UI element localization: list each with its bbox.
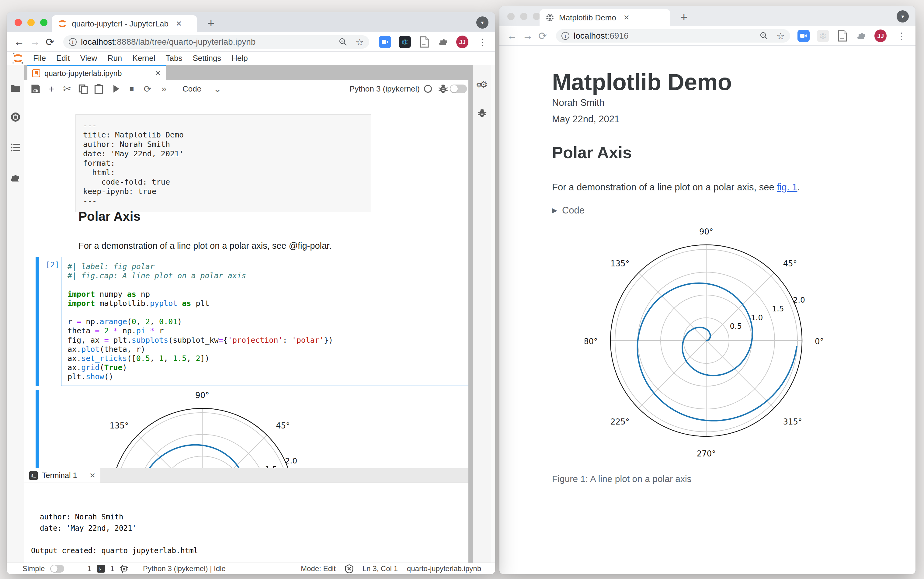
site-info-icon[interactable]: i bbox=[561, 32, 569, 40]
debugger-sidebar-icon[interactable] bbox=[477, 108, 487, 118]
kernel-status-text[interactable]: Python 3 (ipykernel) | Idle bbox=[143, 564, 226, 573]
restart-kernel-icon[interactable]: ⟳ bbox=[142, 83, 153, 94]
profile-avatar[interactable]: JJ bbox=[456, 36, 468, 48]
code-cell-editor[interactable]: #| label: fig-polar#| fig.cap: A line pl… bbox=[61, 257, 468, 386]
svg-text:135°: 135° bbox=[110, 421, 129, 430]
close-tab-icon[interactable]: ✕ bbox=[623, 13, 630, 22]
tab-search-button[interactable]: ▼ bbox=[476, 16, 489, 29]
simple-mode-toggle[interactable] bbox=[50, 565, 64, 572]
tab-search-button[interactable]: ▼ bbox=[897, 10, 909, 23]
notebook-tab-title: quarto-jupyterlab.ipynb bbox=[44, 69, 148, 78]
cell-type-dropdown[interactable]: Code bbox=[183, 83, 201, 94]
copy-cell-icon[interactable] bbox=[78, 83, 88, 94]
minimize-window-button[interactable] bbox=[27, 19, 35, 26]
address-bar[interactable]: i localhost:8888/lab/tree/quarto-jupyter… bbox=[63, 35, 369, 49]
back-icon[interactable]: ← bbox=[507, 30, 517, 42]
cursor-position[interactable]: Ln 3, Col 1 bbox=[363, 564, 398, 573]
close-window-button[interactable] bbox=[15, 19, 22, 26]
menu-kernel[interactable]: Kernel bbox=[127, 54, 160, 63]
new-tab-button[interactable]: + bbox=[680, 10, 687, 24]
browser-menu-icon[interactable]: ⋮ bbox=[477, 36, 489, 48]
notebook-icon bbox=[32, 69, 40, 77]
restart-run-all-icon[interactable]: » bbox=[158, 83, 168, 94]
svg-text:1.5: 1.5 bbox=[772, 304, 784, 313]
new-tab-button[interactable]: + bbox=[208, 16, 214, 30]
react-devtools-extension-icon[interactable]: ⚛ bbox=[817, 30, 829, 42]
browser-tab[interactable]: quarto-jupyterl - JupyterLab ✕ bbox=[52, 15, 197, 32]
property-inspector-gears-icon[interactable]: ⚙⚙ bbox=[476, 79, 488, 90]
back-icon[interactable]: ← bbox=[14, 36, 25, 48]
kernel-name-button[interactable]: Python 3 (ipykernel) bbox=[350, 83, 420, 94]
extensions-puzzle-icon[interactable] bbox=[856, 30, 868, 42]
reload-icon[interactable]: ⟳ bbox=[538, 30, 547, 42]
terminal-status-icon[interactable]: $_ bbox=[97, 565, 105, 572]
accessibility-shield-icon[interactable] bbox=[345, 564, 353, 573]
notebook-scroll-area[interactable]: ---title: Matplotlib Demoauthor: Norah S… bbox=[25, 97, 468, 468]
svg-text:180°: 180° bbox=[585, 337, 598, 346]
debugger-toggle[interactable] bbox=[450, 83, 467, 94]
debugger-icon[interactable] bbox=[438, 83, 448, 94]
kernel-chip-icon[interactable] bbox=[120, 565, 128, 572]
bookmark-star-icon[interactable]: ☆ bbox=[356, 37, 364, 47]
address-bar[interactable]: i localhost:6916 ☆ bbox=[556, 29, 790, 43]
kernel-status-icon[interactable] bbox=[423, 83, 433, 94]
paste-cell-icon[interactable] bbox=[94, 83, 104, 94]
save-icon[interactable] bbox=[30, 83, 41, 94]
reload-icon[interactable]: ⟳ bbox=[46, 36, 54, 48]
window-controls[interactable] bbox=[507, 13, 540, 20]
site-info-icon[interactable]: i bbox=[69, 38, 77, 46]
notebook-tab[interactable]: quarto-jupyterlab.ipynb ✕ bbox=[27, 65, 166, 80]
figure-link[interactable]: fig. 1 bbox=[777, 182, 797, 193]
minimize-window-button[interactable] bbox=[520, 13, 527, 20]
input-collapser[interactable] bbox=[36, 257, 39, 386]
zoom-out-page-icon[interactable] bbox=[759, 31, 769, 41]
close-tab-icon[interactable]: ✕ bbox=[176, 20, 182, 28]
extensions-puzzle-icon[interactable] bbox=[438, 36, 450, 48]
document-extension-icon[interactable] bbox=[836, 30, 849, 42]
zoom-extension-icon[interactable] bbox=[798, 30, 810, 42]
browser-menu-icon[interactable]: ⋮ bbox=[895, 30, 908, 42]
close-terminal-tab-icon[interactable]: ✕ bbox=[90, 471, 95, 480]
zoom-out-page-icon[interactable] bbox=[339, 38, 348, 47]
running-sessions-icon[interactable] bbox=[10, 111, 21, 123]
browser-tab[interactable]: Matplotlib Demo ✕ bbox=[540, 9, 671, 26]
menu-file[interactable]: File bbox=[28, 54, 51, 63]
add-cell-icon[interactable]: + bbox=[46, 83, 57, 94]
cut-cell-icon[interactable]: ✂ bbox=[62, 83, 72, 94]
url-text[interactable]: localhost:8888/lab/tree/quarto-jupyterla… bbox=[81, 37, 330, 47]
menu-run[interactable]: Run bbox=[103, 54, 128, 63]
terminal-output[interactable]: author: Norah Smith date: 'May 22nd, 202… bbox=[25, 483, 468, 563]
mode-indicator[interactable]: Mode: Edit bbox=[301, 564, 336, 573]
disclosure-triangle-icon[interactable]: ▶ bbox=[552, 206, 557, 214]
tab-title: quarto-jupyterl - JupyterLab bbox=[72, 19, 168, 29]
url-text[interactable]: localhost:6916 bbox=[574, 31, 752, 41]
zoom-extension-icon[interactable] bbox=[379, 36, 391, 48]
table-of-contents-icon[interactable] bbox=[10, 142, 21, 153]
cell-type-chevron-icon[interactable]: ⌄ bbox=[212, 83, 222, 94]
close-notebook-tab-icon[interactable]: ✕ bbox=[155, 69, 161, 77]
code-fold-disclosure[interactable]: ▶ Code bbox=[552, 205, 897, 216]
maximize-window-button[interactable] bbox=[533, 13, 540, 20]
close-window-button[interactable] bbox=[507, 13, 515, 20]
code-fold-label[interactable]: Code bbox=[562, 205, 585, 216]
menu-settings[interactable]: Settings bbox=[187, 54, 226, 63]
window-controls[interactable] bbox=[15, 19, 47, 26]
terminal-tab[interactable]: $_ Terminal 1 ✕ bbox=[25, 468, 100, 483]
react-devtools-extension-icon[interactable]: ⚛ bbox=[399, 36, 411, 48]
forward-icon[interactable]: → bbox=[523, 30, 533, 42]
forward-icon[interactable]: → bbox=[30, 36, 40, 48]
yaml-cell-editor[interactable]: ---title: Matplotlib Demoauthor: Norah S… bbox=[75, 114, 371, 212]
menu-view[interactable]: View bbox=[75, 54, 103, 63]
menu-tabs[interactable]: Tabs bbox=[160, 54, 187, 63]
menu-help[interactable]: Help bbox=[226, 54, 253, 63]
document-extension-icon[interactable] bbox=[418, 36, 430, 48]
profile-avatar[interactable]: JJ bbox=[875, 30, 886, 42]
extension-manager-icon[interactable] bbox=[10, 172, 21, 183]
file-browser-icon[interactable] bbox=[10, 83, 21, 94]
bookmark-star-icon[interactable]: ☆ bbox=[777, 31, 785, 41]
run-cell-icon[interactable] bbox=[111, 83, 121, 94]
menu-edit[interactable]: Edit bbox=[51, 54, 75, 63]
output-collapser[interactable] bbox=[36, 390, 39, 468]
stop-kernel-icon[interactable]: ■ bbox=[126, 83, 137, 94]
maximize-window-button[interactable] bbox=[40, 19, 47, 26]
